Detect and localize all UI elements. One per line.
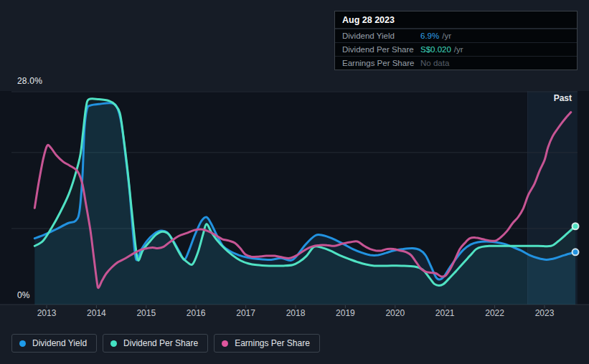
x-axis-year-label: 2022 (479, 308, 511, 318)
dividend-history-chart: 28.0% 0% Past 20132014201520162017201820… (0, 0, 589, 364)
legend-item-dividend-per-share[interactable]: Dividend Per Share (103, 334, 208, 353)
tooltip-row-value: No data (420, 59, 449, 67)
x-axis-year-label: 2016 (180, 308, 212, 318)
legend-label: Dividend Yield (32, 338, 87, 348)
tooltip-row-unit: /yr (442, 32, 451, 40)
chart-legend: Dividend Yield Dividend Per Share Earnin… (11, 334, 320, 353)
x-axis-year-label: 2017 (230, 308, 262, 318)
x-axis-year-label: 2023 (529, 308, 560, 318)
x-axis-year-label: 2020 (380, 308, 411, 318)
legend-label: Earnings Per Share (235, 338, 310, 348)
tooltip-row-label: Dividend Yield (342, 32, 420, 40)
y-axis-max-label: 28.0% (17, 76, 42, 86)
tooltip-row-dividend-yield: Dividend Yield 6.9% /yr (335, 29, 577, 42)
tooltip-row-earnings-per-share: Earnings Per Share No data (335, 56, 577, 70)
x-axis-year-label: 2013 (31, 308, 62, 318)
tooltip-row-value: 6.9% (420, 32, 439, 40)
tooltip-row-dividend-per-share: Dividend Per Share S$0.020 /yr (335, 42, 577, 56)
legend-item-dividend-yield[interactable]: Dividend Yield (11, 334, 97, 353)
x-axis-year-label: 2014 (80, 308, 112, 318)
legend-item-earnings-per-share[interactable]: Earnings Per Share (214, 334, 320, 353)
x-axis-year-label: 2021 (429, 308, 461, 318)
legend-dot-icon (19, 340, 26, 347)
legend-dot-icon (222, 340, 228, 347)
x-axis-year-label: 2018 (280, 308, 311, 318)
legend-label: Dividend Per Share (123, 338, 198, 348)
x-axis-year-label: 2019 (329, 308, 361, 318)
hover-tooltip: Aug 28 2023 Dividend Yield 6.9% /yr Divi… (334, 11, 578, 70)
series-end-dot-dividend-yield (572, 249, 579, 255)
tooltip-row-unit: /yr (454, 45, 463, 54)
x-axis-year-label: 2015 (131, 308, 162, 318)
tooltip-row-value: S$0.020 (420, 45, 451, 54)
series-end-dot-dividend-per-share (572, 223, 579, 229)
tooltip-row-label: Dividend Per Share (342, 45, 420, 54)
past-period-label: Past (554, 93, 572, 103)
tooltip-row-label: Earnings Per Share (342, 59, 420, 67)
legend-dot-icon (110, 340, 117, 347)
y-axis-zero-label: 0% (17, 290, 30, 300)
tooltip-date: Aug 28 2023 (335, 11, 577, 29)
